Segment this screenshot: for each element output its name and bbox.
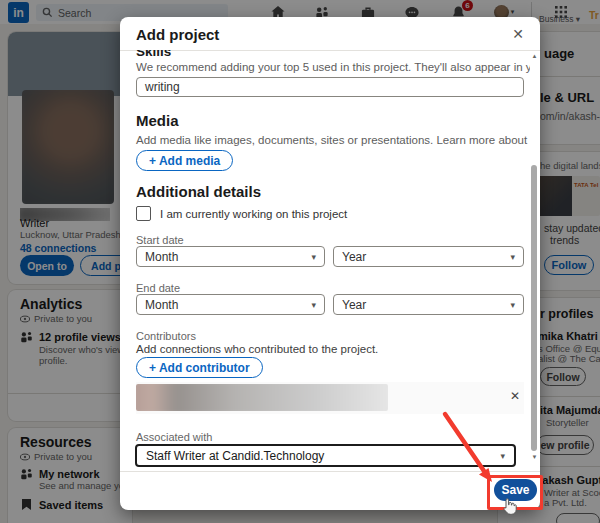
chevron-down-icon: ▾ bbox=[510, 300, 515, 310]
scrollbar-thumb[interactable] bbox=[531, 165, 537, 451]
add-project-modal: Add project ✕ Skills We recommend adding… bbox=[120, 17, 540, 510]
additional-details-heading: Additional details bbox=[136, 183, 261, 200]
skills-description: We recommend adding your top 5 used in t… bbox=[136, 61, 530, 73]
end-month-select[interactable]: Month▾ bbox=[136, 294, 325, 315]
skills-input-value: writing bbox=[145, 80, 180, 94]
scroll-up-icon[interactable]: ▲ bbox=[530, 53, 539, 59]
currently-working-label: I am currently working on this project bbox=[160, 208, 347, 220]
end-date-label: End date bbox=[136, 282, 180, 294]
add-contributor-button[interactable]: + Add contributor bbox=[136, 357, 263, 378]
close-icon[interactable]: ✕ bbox=[508, 24, 528, 44]
modal-footer: Save bbox=[120, 471, 540, 510]
contributors-description: Add connections who contributed to the p… bbox=[136, 343, 378, 355]
chevron-down-icon: ▾ bbox=[311, 252, 316, 262]
skills-input[interactable]: writing bbox=[136, 77, 524, 97]
modal-content: Skills We recommend adding your top 5 us… bbox=[120, 50, 530, 472]
contributor-name-blurred bbox=[136, 384, 388, 411]
scroll-down-icon[interactable]: ▼ bbox=[530, 454, 539, 460]
contributors-label: Contributors bbox=[136, 330, 196, 342]
remove-contributor-icon[interactable]: ✕ bbox=[510, 389, 520, 403]
associated-with-label: Associated with bbox=[136, 431, 212, 443]
chevron-down-icon: ▾ bbox=[500, 451, 505, 461]
contributor-row: ✕ bbox=[136, 382, 524, 414]
chevron-down-icon: ▾ bbox=[311, 300, 316, 310]
media-description: Add media like images, documents, sites … bbox=[136, 134, 530, 146]
start-month-select[interactable]: Month▾ bbox=[136, 246, 325, 267]
start-date-label: Start date bbox=[136, 234, 184, 246]
associated-with-select[interactable]: Staff Writer at Candid.Technology ▾ bbox=[135, 444, 516, 467]
associated-with-value: Staff Writer at Candid.Technology bbox=[146, 449, 324, 463]
modal-header: Add project ✕ bbox=[120, 17, 540, 51]
media-heading: Media bbox=[136, 112, 179, 129]
currently-working-checkbox[interactable] bbox=[136, 206, 151, 221]
add-media-button[interactable]: + Add media bbox=[136, 150, 233, 171]
screen: in Search 6 ▾ bbox=[0, 0, 600, 523]
modal-title: Add project bbox=[136, 26, 219, 43]
hand-cursor-icon bbox=[501, 497, 517, 515]
chevron-down-icon: ▾ bbox=[510, 252, 515, 262]
modal-scrollbar[interactable]: ▲ ▼ bbox=[530, 53, 539, 460]
skills-heading: Skills bbox=[136, 50, 171, 59]
end-year-select[interactable]: Year▾ bbox=[333, 294, 524, 315]
start-year-select[interactable]: Year▾ bbox=[333, 246, 524, 267]
